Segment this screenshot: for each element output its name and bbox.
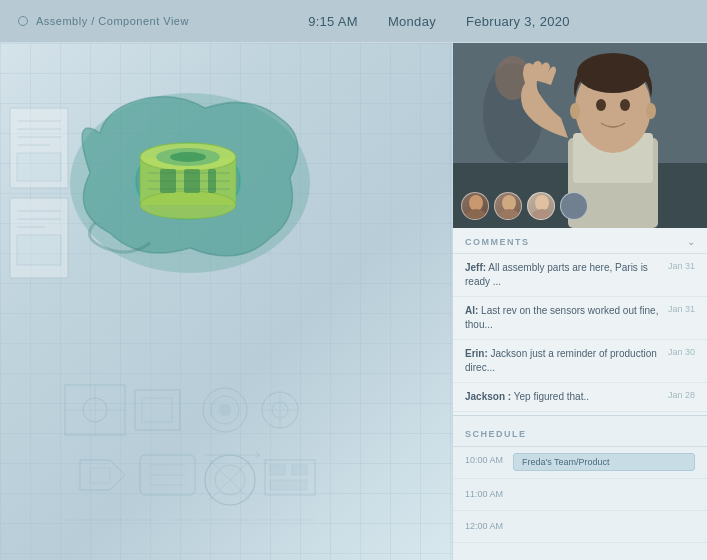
svg-point-67 bbox=[570, 103, 580, 119]
comment-item[interactable]: Al: Last rev on the sensors worked out f… bbox=[453, 297, 707, 340]
status-dot-icon bbox=[18, 16, 28, 26]
svg-point-71 bbox=[502, 195, 516, 211]
avatar-1[interactable] bbox=[461, 192, 489, 220]
comment-date: Jan 30 bbox=[668, 347, 695, 357]
avatars-row bbox=[461, 192, 588, 220]
svg-point-72 bbox=[498, 209, 520, 220]
svg-line-34 bbox=[256, 455, 260, 458]
svg-rect-40 bbox=[270, 465, 285, 475]
svg-point-69 bbox=[469, 195, 483, 211]
tech-drawings-svg bbox=[60, 380, 320, 540]
svg-point-74 bbox=[531, 209, 553, 220]
schedule-title: SCHEDULE bbox=[465, 429, 527, 439]
comments-section: COMMENTS ⌄ Jeff: All assembly parts are … bbox=[453, 228, 707, 415]
comment-date: Jan 28 bbox=[668, 390, 695, 400]
svg-point-73 bbox=[535, 195, 549, 211]
left-panel-3d[interactable] bbox=[0, 43, 452, 560]
svg-point-68 bbox=[646, 103, 656, 119]
time-slot: 11:00 AM bbox=[453, 479, 707, 511]
document-stack bbox=[5, 103, 75, 307]
svg-rect-11 bbox=[160, 169, 176, 193]
schedule-header: SCHEDULE bbox=[453, 416, 707, 447]
comment-text: Jackson : Yep figured that.. bbox=[465, 390, 662, 404]
top-bar: Assembly / Component View 9:15 AM Monday… bbox=[0, 0, 707, 43]
breadcrumb: Assembly / Component View bbox=[36, 15, 189, 27]
comment-text: Jeff: All assembly parts are here, Paris… bbox=[465, 261, 662, 289]
chevron-down-icon[interactable]: ⌄ bbox=[687, 236, 695, 247]
video-section[interactable] bbox=[453, 43, 707, 228]
time-label: 12:00 AM bbox=[465, 517, 513, 531]
svg-line-33 bbox=[256, 452, 260, 455]
doc-stack-svg bbox=[5, 103, 75, 303]
avatar-3[interactable] bbox=[527, 192, 555, 220]
time-display: 9:15 AM bbox=[308, 14, 358, 29]
svg-rect-55 bbox=[17, 235, 61, 265]
svg-rect-41 bbox=[292, 465, 307, 475]
time-slot: 10:00 AM Freda's Team/Product bbox=[453, 447, 707, 479]
svg-rect-42 bbox=[270, 480, 307, 490]
avatar-grey bbox=[560, 192, 588, 220]
comment-text: Erin: Jackson just a reminder of product… bbox=[465, 347, 662, 375]
comment-text: Al: Last rev on the sensors worked out f… bbox=[465, 304, 662, 332]
svg-rect-19 bbox=[142, 398, 172, 422]
time-label: 11:00 AM bbox=[465, 485, 513, 499]
tech-drawings bbox=[60, 380, 320, 540]
avatar-2[interactable] bbox=[494, 192, 522, 220]
svg-point-70 bbox=[465, 209, 487, 220]
svg-rect-50 bbox=[17, 153, 61, 181]
comment-date: Jan 31 bbox=[668, 261, 695, 271]
event-block[interactable]: Freda's Team/Product bbox=[513, 453, 695, 471]
date-display: February 3, 2020 bbox=[466, 14, 570, 29]
svg-point-66 bbox=[620, 99, 630, 111]
comment-item[interactable]: Erin: Jackson just a reminder of product… bbox=[453, 340, 707, 383]
top-bar-center: 9:15 AM Monday February 3, 2020 bbox=[308, 14, 570, 29]
time-slot: 12:00 AM bbox=[453, 511, 707, 543]
right-panel: COMMENTS ⌄ Jeff: All assembly parts are … bbox=[452, 43, 707, 560]
comments-header[interactable]: COMMENTS ⌄ bbox=[453, 228, 707, 254]
schedule-section: SCHEDULE 10:00 AM Freda's Team/Product 1… bbox=[453, 415, 707, 560]
time-label: 10:00 AM bbox=[465, 453, 513, 465]
svg-rect-27 bbox=[90, 468, 110, 483]
comments-list: Jeff: All assembly parts are here, Paris… bbox=[453, 254, 707, 415]
svg-point-22 bbox=[219, 404, 231, 416]
3d-model-container bbox=[40, 73, 320, 293]
main-layout: COMMENTS ⌄ Jeff: All assembly parts are … bbox=[0, 43, 707, 560]
svg-rect-13 bbox=[208, 169, 216, 193]
comment-item[interactable]: Jeff: All assembly parts are here, Paris… bbox=[453, 254, 707, 297]
comment-item[interactable]: Jackson : Yep figured that.. Jan 28 bbox=[453, 383, 707, 412]
3d-model-svg bbox=[40, 73, 340, 303]
svg-point-7 bbox=[170, 152, 206, 162]
svg-rect-12 bbox=[184, 169, 200, 193]
comment-date: Jan 31 bbox=[668, 304, 695, 314]
top-bar-left: Assembly / Component View bbox=[18, 15, 189, 27]
day-display: Monday bbox=[388, 14, 436, 29]
svg-point-5 bbox=[140, 191, 236, 219]
comments-title: COMMENTS bbox=[465, 237, 530, 247]
svg-point-65 bbox=[596, 99, 606, 111]
schedule-timeline: 10:00 AM Freda's Team/Product 11:00 AM 1… bbox=[453, 447, 707, 543]
